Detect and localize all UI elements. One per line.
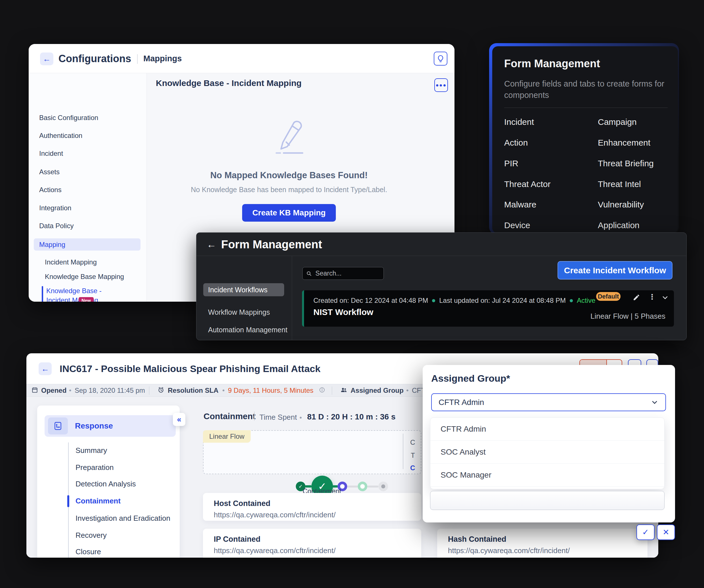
more-menu-button[interactable]: ●●● <box>434 78 448 92</box>
phase-containment[interactable]: Containment <box>75 497 121 506</box>
field-value: https://qa.cywareqa.com/cftr/incident/ <box>448 546 570 555</box>
page-title: Configurations <box>58 44 131 73</box>
phase-investigation-eradication[interactable]: Investigation and Eradication <box>75 514 170 523</box>
sidebar-item-incident-mapping[interactable]: Incident Mapping <box>45 258 97 266</box>
divider <box>254 411 255 421</box>
form-item-application[interactable]: Application <box>598 220 640 230</box>
status-active: Active <box>577 297 595 305</box>
search-icon <box>306 270 312 277</box>
assigned-group-select[interactable]: CFTR Admin <box>431 393 666 411</box>
phase-preparation[interactable]: Preparation <box>75 463 114 472</box>
form-item-incident[interactable]: Incident <box>504 117 534 127</box>
cancel-button[interactable]: ✕ <box>657 524 675 540</box>
sidebar-item-incident[interactable]: Incident <box>39 149 63 157</box>
form-item-device[interactable]: Device <box>504 220 530 230</box>
phase-closure[interactable]: Closure <box>75 547 101 556</box>
content-title: Knowledge Base - Incident Mapping <box>156 78 301 88</box>
chevron-down-icon[interactable] <box>661 294 669 302</box>
info-icon[interactable] <box>319 387 325 394</box>
chevron-down-icon <box>651 398 659 406</box>
time-spent-label: Time Spent <box>259 413 297 422</box>
confirm-button[interactable]: ✓ <box>636 524 655 540</box>
back-button[interactable]: ← <box>40 53 53 65</box>
tab-workflow-mappings[interactable]: Workflow Mappings <box>208 308 270 316</box>
form-item-threat-intel[interactable]: Threat Intel <box>598 179 641 189</box>
workflow-sidebar: Incident Workflows Workflow Mappings Aut… <box>196 256 292 340</box>
create-kb-mapping-button[interactable]: Create KB Mapping <box>242 204 336 222</box>
tab-incident-workflows[interactable]: Incident Workflows <box>203 283 284 296</box>
back-arrow-icon[interactable]: ← <box>207 233 216 256</box>
phase-recovery[interactable]: Recovery <box>75 531 107 540</box>
status-dot <box>570 299 573 302</box>
form-item-malware[interactable]: Malware <box>504 200 536 209</box>
back-arrow-icon: ← <box>43 55 51 64</box>
linear-flow-badge: Linear Flow <box>203 430 251 443</box>
form-item-threat-briefing[interactable]: Threat Briefing <box>598 158 654 168</box>
create-incident-workflow-button[interactable]: Create Incident Workflow <box>558 261 672 279</box>
configurations-header: ← Configurations Mappings <box>29 44 455 73</box>
incident-title: INC617 - Possible Malicious Spear Phishi… <box>60 353 320 384</box>
form-management-panel: ← Form Management Incident Workflows Wor… <box>196 233 687 340</box>
stage: ← Configurations Mappings Basic Configur… <box>0 0 704 588</box>
collapse-sidebar-button[interactable]: « <box>173 413 185 426</box>
search-box[interactable] <box>302 267 384 280</box>
form-item-pir[interactable]: PIR <box>504 158 518 168</box>
step-upcoming-icon[interactable] <box>358 481 367 491</box>
sidebar-item-response[interactable]: Response <box>45 415 176 437</box>
sidebar-item-data-policy[interactable]: Data Policy <box>39 222 73 230</box>
form-item-threat-actor[interactable]: Threat Actor <box>504 179 550 189</box>
popup-title: Assigned Group* <box>431 373 510 384</box>
empty-field[interactable] <box>430 491 664 510</box>
sidebar-item-assets[interactable]: Assets <box>39 168 60 176</box>
bulb-icon <box>436 55 445 63</box>
sidebar-item-actions[interactable]: Actions <box>39 186 62 194</box>
dot: • <box>69 387 71 394</box>
back-button[interactable]: ← <box>39 363 52 375</box>
sidebar-item-knowledge-base-mapping[interactable]: Knowledge Base Mapping <box>45 273 124 281</box>
back-arrow-icon: ← <box>41 365 49 374</box>
sidebar-item-authentication[interactable]: Authentication <box>39 132 82 140</box>
form-item-campaign[interactable]: Campaign <box>598 117 637 127</box>
sidebar-item-basic-configuration[interactable]: Basic Configuration <box>39 114 98 122</box>
linear-flow-container: Linear Flow ✓ ✓ Containment <box>203 430 421 474</box>
sla-label: Resolution SLA <box>168 387 219 394</box>
form-management-card-border: Form Management Configure fields and tab… <box>489 43 679 235</box>
time-spent-value: 81 D : 20 H : 10 m : 36 s <box>307 412 396 421</box>
workflow-card[interactable]: Created on: Dec 12 2024 at 04:48 PM Last… <box>302 290 674 327</box>
kebab-menu-icon[interactable]: ⋮ <box>648 292 656 302</box>
phase-detection-analysis[interactable]: Detection Analysis <box>75 479 136 488</box>
tips-button[interactable] <box>434 52 448 66</box>
response-sidebar: Response Summary Preparation Detection A… <box>37 405 180 558</box>
dot <box>381 484 385 488</box>
last-updated-on: Last updated on: Jul 24 2024 at 08:48 PM <box>439 297 566 305</box>
card-divider <box>504 108 668 108</box>
form-item-vulnerability[interactable]: Vulnerability <box>598 200 644 209</box>
check-icon: ✓ <box>642 528 649 537</box>
sidebar-item-mapping[interactable]: Mapping <box>34 238 140 251</box>
panel-header: ← Form Management <box>196 233 687 256</box>
search-input[interactable] <box>315 269 380 277</box>
edit-icon[interactable] <box>633 294 640 301</box>
field-label: Hash Contained <box>448 535 507 544</box>
opened-label: Opened <box>41 387 66 394</box>
field-value: https://qa.cywareqa.com/cftr/incident/ <box>214 511 336 519</box>
step-last-icon[interactable] <box>378 481 388 491</box>
tab-automation-management[interactable]: Automation Management <box>208 326 287 334</box>
option-soc-manager[interactable]: SOC Manager <box>430 464 664 487</box>
field-host-contained[interactable]: Host Contained https://qa.cywareqa.com/c… <box>203 493 421 521</box>
option-cftr-admin[interactable]: CFTR Admin <box>430 418 664 441</box>
dot: • <box>222 387 225 394</box>
empty-state-title: No Mapped Knowledge Bases Found! <box>147 170 431 181</box>
collapse-icon: « <box>177 415 181 424</box>
dot: • <box>406 387 409 394</box>
assigned-group-label: Assigned Group <box>351 387 404 394</box>
form-item-action[interactable]: Action <box>504 138 528 147</box>
field-ip-contained[interactable]: IP Contained https://qa.cywareqa.com/cft… <box>203 529 421 558</box>
options-list: CFTR Admin SOC Analyst SOC Manager <box>430 417 664 489</box>
form-item-enhancement[interactable]: Enhancement <box>598 138 650 147</box>
option-soc-analyst[interactable]: SOC Analyst <box>430 441 664 464</box>
phase-summary[interactable]: Summary <box>75 446 107 455</box>
panel-title: Form Management <box>221 233 322 256</box>
field-hash-contained[interactable]: Hash Contained https://qa.cywareqa.com/c… <box>437 529 647 558</box>
sidebar-item-integration[interactable]: Integration <box>39 204 71 212</box>
